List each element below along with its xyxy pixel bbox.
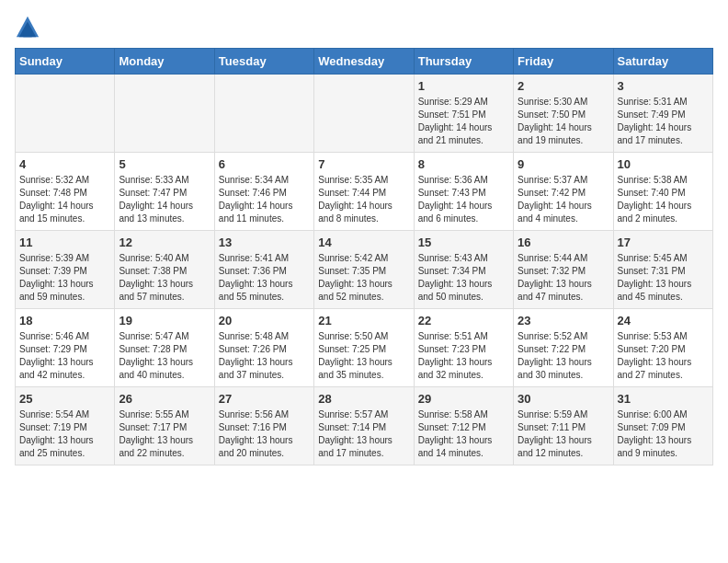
day-number: 19 — [119, 314, 210, 327]
calendar-week-1: 1Sunrise: 5:29 AM Sunset: 7:51 PM Daylig… — [16, 75, 713, 153]
calendar-cell: 22Sunrise: 5:51 AM Sunset: 7:23 PM Dayli… — [414, 309, 513, 387]
calendar-cell: 7Sunrise: 5:35 AM Sunset: 7:44 PM Daylig… — [314, 153, 414, 231]
day-number: 24 — [618, 314, 709, 327]
calendar-cell: 4Sunrise: 5:32 AM Sunset: 7:48 PM Daylig… — [16, 153, 115, 231]
cell-content: Sunrise: 5:42 AM Sunset: 7:35 PM Dayligh… — [318, 252, 409, 304]
calendar-cell: 21Sunrise: 5:50 AM Sunset: 7:25 PM Dayli… — [314, 309, 414, 387]
cell-content: Sunrise: 5:53 AM Sunset: 7:20 PM Dayligh… — [618, 330, 709, 382]
cell-content: Sunrise: 5:59 AM Sunset: 7:11 PM Dayligh… — [518, 408, 609, 460]
day-number: 7 — [318, 157, 409, 171]
calendar-cell: 13Sunrise: 5:41 AM Sunset: 7:36 PM Dayli… — [214, 231, 313, 309]
cell-content: Sunrise: 5:50 AM Sunset: 7:25 PM Dayligh… — [318, 330, 409, 382]
logo — [15, 15, 44, 40]
header-tuesday: Tuesday — [214, 49, 313, 75]
calendar-cell: 20Sunrise: 5:48 AM Sunset: 7:26 PM Dayli… — [214, 309, 313, 387]
calendar-cell: 19Sunrise: 5:47 AM Sunset: 7:28 PM Dayli… — [115, 309, 214, 387]
calendar-cell: 8Sunrise: 5:36 AM Sunset: 7:43 PM Daylig… — [414, 153, 513, 231]
day-number: 1 — [418, 79, 509, 93]
day-number: 31 — [618, 392, 709, 406]
calendar-cell: 18Sunrise: 5:46 AM Sunset: 7:29 PM Dayli… — [16, 309, 115, 387]
cell-content: Sunrise: 5:29 AM Sunset: 7:51 PM Dayligh… — [418, 96, 509, 147]
calendar-week-2: 4Sunrise: 5:32 AM Sunset: 7:48 PM Daylig… — [16, 153, 713, 231]
cell-content: Sunrise: 5:55 AM Sunset: 7:17 PM Dayligh… — [119, 408, 210, 460]
cell-content: Sunrise: 5:43 AM Sunset: 7:34 PM Dayligh… — [418, 252, 509, 304]
day-number: 13 — [219, 236, 310, 249]
svg-rect-2 — [23, 30, 31, 37]
day-number: 2 — [518, 79, 609, 93]
header-wednesday: Wednesday — [314, 49, 414, 75]
cell-content: Sunrise: 5:30 AM Sunset: 7:50 PM Dayligh… — [518, 96, 609, 147]
day-number: 8 — [418, 157, 509, 171]
header — [15, 15, 713, 40]
cell-content: Sunrise: 6:00 AM Sunset: 7:09 PM Dayligh… — [618, 408, 709, 460]
day-number: 15 — [418, 236, 509, 249]
calendar-cell: 15Sunrise: 5:43 AM Sunset: 7:34 PM Dayli… — [414, 231, 513, 309]
calendar-cell — [314, 75, 414, 153]
calendar-cell: 2Sunrise: 5:30 AM Sunset: 7:50 PM Daylig… — [514, 75, 613, 153]
cell-content: Sunrise: 5:58 AM Sunset: 7:12 PM Dayligh… — [418, 408, 509, 460]
day-number: 5 — [119, 157, 210, 171]
calendar-header-row: SundayMondayTuesdayWednesdayThursdayFrid… — [16, 49, 713, 75]
cell-content: Sunrise: 5:46 AM Sunset: 7:29 PM Dayligh… — [19, 330, 110, 382]
cell-content: Sunrise: 5:39 AM Sunset: 7:39 PM Dayligh… — [19, 252, 110, 304]
day-number: 3 — [618, 79, 709, 93]
cell-content: Sunrise: 5:31 AM Sunset: 7:49 PM Dayligh… — [618, 96, 709, 147]
header-sunday: Sunday — [16, 49, 115, 75]
calendar-cell: 31Sunrise: 6:00 AM Sunset: 7:09 PM Dayli… — [613, 387, 712, 465]
header-monday: Monday — [115, 49, 214, 75]
calendar-week-5: 25Sunrise: 5:54 AM Sunset: 7:19 PM Dayli… — [16, 387, 713, 465]
calendar-cell: 17Sunrise: 5:45 AM Sunset: 7:31 PM Dayli… — [613, 231, 712, 309]
calendar-cell: 5Sunrise: 5:33 AM Sunset: 7:47 PM Daylig… — [115, 153, 214, 231]
day-number: 9 — [518, 157, 609, 171]
day-number: 10 — [618, 157, 709, 171]
calendar-cell: 16Sunrise: 5:44 AM Sunset: 7:32 PM Dayli… — [514, 231, 613, 309]
calendar-cell: 27Sunrise: 5:56 AM Sunset: 7:16 PM Dayli… — [214, 387, 313, 465]
calendar-cell — [16, 75, 115, 153]
day-number: 28 — [318, 392, 409, 406]
day-number: 26 — [119, 392, 210, 406]
calendar-cell: 9Sunrise: 5:37 AM Sunset: 7:42 PM Daylig… — [514, 153, 613, 231]
logo-icon — [15, 15, 40, 40]
calendar-cell: 23Sunrise: 5:52 AM Sunset: 7:22 PM Dayli… — [514, 309, 613, 387]
calendar-week-4: 18Sunrise: 5:46 AM Sunset: 7:29 PM Dayli… — [16, 309, 713, 387]
day-number: 6 — [219, 157, 310, 171]
calendar-cell — [115, 75, 214, 153]
cell-content: Sunrise: 5:48 AM Sunset: 7:26 PM Dayligh… — [219, 330, 310, 382]
header-thursday: Thursday — [414, 49, 513, 75]
day-number: 12 — [119, 236, 210, 249]
calendar-cell: 12Sunrise: 5:40 AM Sunset: 7:38 PM Dayli… — [115, 231, 214, 309]
calendar-cell: 26Sunrise: 5:55 AM Sunset: 7:17 PM Dayli… — [115, 387, 214, 465]
cell-content: Sunrise: 5:44 AM Sunset: 7:32 PM Dayligh… — [518, 252, 609, 304]
day-number: 18 — [19, 314, 110, 327]
cell-content: Sunrise: 5:51 AM Sunset: 7:23 PM Dayligh… — [418, 330, 509, 382]
day-number: 20 — [219, 314, 310, 327]
cell-content: Sunrise: 5:38 AM Sunset: 7:40 PM Dayligh… — [618, 174, 709, 225]
cell-content: Sunrise: 5:36 AM Sunset: 7:43 PM Dayligh… — [418, 174, 509, 225]
calendar-cell: 6Sunrise: 5:34 AM Sunset: 7:46 PM Daylig… — [214, 153, 313, 231]
header-saturday: Saturday — [613, 49, 712, 75]
day-number: 22 — [418, 314, 509, 327]
calendar-cell: 24Sunrise: 5:53 AM Sunset: 7:20 PM Dayli… — [613, 309, 712, 387]
calendar-cell: 29Sunrise: 5:58 AM Sunset: 7:12 PM Dayli… — [414, 387, 513, 465]
cell-content: Sunrise: 5:41 AM Sunset: 7:36 PM Dayligh… — [219, 252, 310, 304]
calendar-cell: 14Sunrise: 5:42 AM Sunset: 7:35 PM Dayli… — [314, 231, 414, 309]
calendar-week-3: 11Sunrise: 5:39 AM Sunset: 7:39 PM Dayli… — [16, 231, 713, 309]
calendar-cell: 28Sunrise: 5:57 AM Sunset: 7:14 PM Dayli… — [314, 387, 414, 465]
cell-content: Sunrise: 5:54 AM Sunset: 7:19 PM Dayligh… — [19, 408, 110, 460]
cell-content: Sunrise: 5:45 AM Sunset: 7:31 PM Dayligh… — [618, 252, 709, 304]
cell-content: Sunrise: 5:47 AM Sunset: 7:28 PM Dayligh… — [119, 330, 210, 382]
day-number: 29 — [418, 392, 509, 406]
day-number: 11 — [19, 236, 110, 249]
cell-content: Sunrise: 5:52 AM Sunset: 7:22 PM Dayligh… — [518, 330, 609, 382]
cell-content: Sunrise: 5:32 AM Sunset: 7:48 PM Dayligh… — [19, 174, 110, 225]
cell-content: Sunrise: 5:40 AM Sunset: 7:38 PM Dayligh… — [119, 252, 210, 304]
day-number: 25 — [19, 392, 110, 406]
header-friday: Friday — [514, 49, 613, 75]
calendar-cell: 3Sunrise: 5:31 AM Sunset: 7:49 PM Daylig… — [613, 75, 712, 153]
cell-content: Sunrise: 5:33 AM Sunset: 7:47 PM Dayligh… — [119, 174, 210, 225]
calendar-table: SundayMondayTuesdayWednesdayThursdayFrid… — [15, 48, 713, 465]
day-number: 4 — [19, 157, 110, 171]
day-number: 23 — [518, 314, 609, 327]
calendar-cell: 1Sunrise: 5:29 AM Sunset: 7:51 PM Daylig… — [414, 75, 513, 153]
calendar-cell: 30Sunrise: 5:59 AM Sunset: 7:11 PM Dayli… — [514, 387, 613, 465]
